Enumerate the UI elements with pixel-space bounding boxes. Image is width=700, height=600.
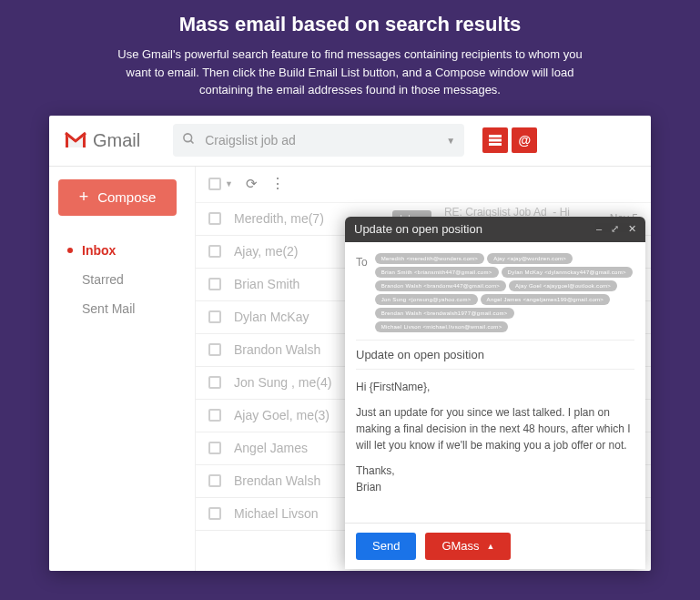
hero-subtitle: Use Gmail's powerful search feature to f…	[114, 46, 587, 99]
compose-body: To Meredith <meredith@wonders.com> Ajay …	[345, 242, 645, 523]
svg-line-1	[191, 140, 194, 143]
gmail-icon	[64, 131, 87, 149]
gmail-logo[interactable]: Gmail	[64, 130, 140, 151]
svg-rect-4	[489, 143, 502, 146]
signoff: Thanks, Brian	[356, 463, 634, 495]
search-input[interactable]: Craigslist job ad ▼	[173, 124, 464, 157]
compose-footer: Send GMass▲	[345, 523, 645, 569]
gmass-button[interactable]: GMass▲	[425, 533, 511, 560]
body-text: Just an update for you since we last tal…	[356, 404, 634, 453]
subject-input[interactable]: Update on open position	[356, 341, 634, 370]
compose-titlebar[interactable]: Update on open position – ⤢ ✕	[345, 217, 645, 242]
search-value: Craigslist job ad	[205, 133, 446, 147]
recipient-chip[interactable]: Jon Sung <jonsung@yahoo.com>	[375, 294, 478, 305]
row-checkbox[interactable]	[208, 212, 221, 225]
expand-icon[interactable]: ⤢	[611, 223, 619, 235]
svg-rect-2	[489, 135, 502, 137]
sidebar-item-label: Sent Mail	[82, 301, 135, 316]
chevron-up-icon: ▲	[487, 542, 495, 551]
recipient-chip[interactable]: Brandon Walsh <brandonw447@gmail.com>	[375, 280, 506, 291]
row-checkbox[interactable]	[208, 310, 221, 323]
dot-icon	[67, 248, 73, 253]
recipient-chip[interactable]: Brian Smith <briansmith447@gmail.com>	[375, 267, 499, 278]
select-all-checkbox[interactable]	[208, 178, 221, 190]
sidebar-item-label: Starred	[82, 272, 124, 287]
row-checkbox[interactable]	[208, 245, 221, 258]
row-checkbox[interactable]	[208, 442, 221, 454]
row-checkbox[interactable]	[208, 278, 221, 290]
chevron-down-icon[interactable]: ▼	[446, 136, 455, 146]
row-checkbox[interactable]	[208, 474, 221, 487]
sidebar-item-label: Inbox	[82, 243, 116, 258]
at-button[interactable]: @	[512, 127, 537, 153]
recipient-chips: Meredith <meredith@wonders.com> Ajay <aj…	[375, 253, 634, 332]
sidebar: + Compose Inbox Starred Sent Mail	[49, 167, 195, 571]
hero-title: Mass email based on search results	[55, 13, 645, 36]
recipient-chip[interactable]: Angel James <angeljames199@gmail.com>	[481, 294, 611, 305]
svg-rect-3	[489, 139, 502, 142]
to-row[interactable]: To Meredith <meredith@wonders.com> Ajay …	[356, 249, 634, 341]
sidebar-item-starred[interactable]: Starred	[58, 265, 186, 294]
refresh-icon[interactable]: ⟳	[246, 176, 258, 192]
gmail-brand-text: Gmail	[93, 130, 140, 151]
more-icon[interactable]: ⋮	[270, 179, 285, 188]
row-checkbox[interactable]	[208, 507, 221, 520]
greeting: Hi {FirstName},	[356, 379, 634, 395]
recipient-chip[interactable]: Brendan Walsh <brendwalsh1977@gmail.com>	[375, 308, 514, 319]
compose-label: Compose	[97, 189, 156, 205]
minimize-icon[interactable]: –	[596, 223, 602, 235]
sidebar-item-sent[interactable]: Sent Mail	[58, 294, 186, 323]
to-label: To	[356, 253, 368, 269]
toolbar: ▼ ⟳ ⋮	[196, 167, 651, 203]
recipient-chip[interactable]: Meredith <meredith@wonders.com>	[375, 253, 484, 264]
chevron-down-icon[interactable]: ▼	[225, 179, 233, 188]
app-body: + Compose Inbox Starred Sent Mail ▼ ⟳ ⋮	[49, 167, 651, 571]
close-icon[interactable]: ✕	[628, 223, 636, 235]
main-pane: ▼ ⟳ ⋮ Meredith, me(7) Inbox RE: Craigsli…	[195, 167, 651, 571]
header-buttons: @	[482, 127, 537, 153]
recipient-chip[interactable]: Dylan McKay <dylanmckay447@gmail.com>	[502, 267, 633, 278]
build-list-button[interactable]	[482, 127, 508, 153]
row-checkbox[interactable]	[208, 343, 221, 356]
search-icon	[182, 132, 196, 149]
compose-button[interactable]: + Compose	[58, 179, 177, 216]
recipient-chip[interactable]: Michael Livson <michael.livson@wmail.com…	[375, 321, 509, 332]
compose-title-text: Update on open position	[354, 222, 482, 236]
gmail-app: Gmail Craigslist job ad ▼ @ + Compose In…	[49, 116, 651, 571]
message-body[interactable]: Hi {FirstName}, Just an update for you s…	[356, 370, 634, 514]
row-checkbox[interactable]	[208, 409, 221, 422]
compose-window: Update on open position – ⤢ ✕ To Meredit…	[345, 217, 645, 569]
hero: Mass email based on search results Use G…	[0, 0, 700, 116]
plus-icon: +	[79, 188, 89, 207]
recipient-chip[interactable]: Ajay Goel <ajaygoel@outlook.com>	[509, 280, 617, 291]
row-checkbox[interactable]	[208, 376, 221, 389]
sidebar-item-inbox[interactable]: Inbox	[58, 236, 186, 265]
send-button[interactable]: Send	[356, 533, 416, 560]
recipient-chip[interactable]: Ajay <ajay@wordzen.com>	[487, 253, 573, 264]
svg-point-0	[184, 133, 192, 141]
app-header: Gmail Craigslist job ad ▼ @	[49, 116, 651, 167]
